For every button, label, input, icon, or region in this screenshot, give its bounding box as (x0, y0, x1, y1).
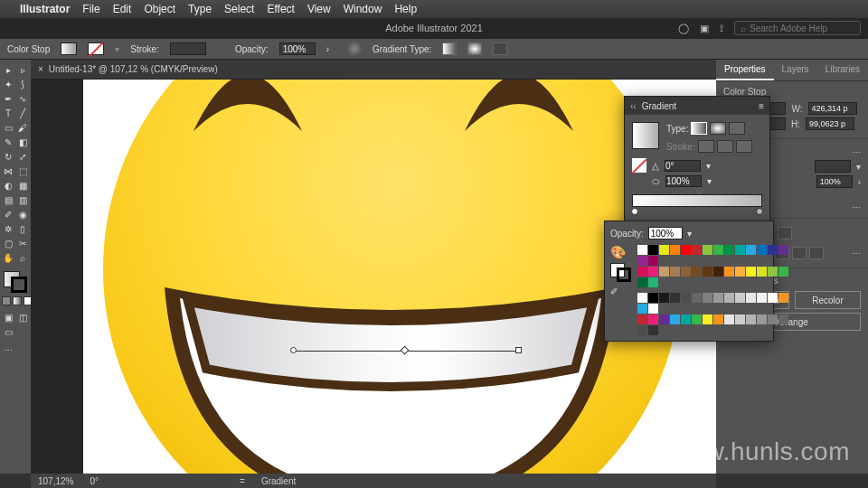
type-freeform-button[interactable] (729, 122, 745, 135)
swatch[interactable] (724, 314, 734, 324)
swatch[interactable] (757, 267, 767, 277)
shape-builder-tool[interactable]: ◐ (2, 179, 14, 192)
swatch[interactable] (659, 245, 669, 255)
swatch[interactable] (648, 256, 658, 266)
opacity-input[interactable] (279, 42, 316, 55)
swatch[interactable] (703, 314, 712, 324)
slice-tool[interactable]: ✂ (16, 237, 29, 249)
fill-stroke-control[interactable] (4, 271, 29, 293)
cloud-sync-icon[interactable]: ◯ (678, 23, 689, 34)
swatch[interactable] (768, 293, 778, 303)
swatch[interactable] (757, 314, 767, 324)
swatch[interactable] (757, 245, 767, 255)
gradient-stop[interactable] (631, 208, 638, 215)
swatch[interactable] (637, 267, 647, 277)
menu-edit[interactable]: Edit (113, 3, 132, 15)
swatch[interactable] (637, 256, 647, 266)
width-tool[interactable]: ⋈ (2, 164, 14, 177)
opacity-more-icon[interactable]: › (326, 44, 329, 54)
swatch[interactable] (637, 304, 647, 314)
blend-tool[interactable]: ◉ (16, 208, 29, 221)
gradient-end-handle[interactable] (515, 347, 522, 353)
menu-window[interactable]: Window (344, 3, 382, 15)
popup-fillstroke[interactable] (610, 263, 632, 283)
swatch[interactable] (681, 245, 691, 255)
tab-layers[interactable]: Layers (774, 60, 817, 80)
tab-properties[interactable]: Properties (716, 60, 774, 80)
swatch[interactable] (746, 267, 756, 277)
swatch[interactable] (692, 245, 702, 255)
selection-tool[interactable]: ▸ (2, 63, 14, 76)
swatch[interactable] (768, 314, 778, 324)
line-tool[interactable]: ╱ (16, 107, 29, 119)
swatch[interactable] (746, 314, 756, 324)
swatch[interactable] (778, 267, 788, 277)
menu-object[interactable]: Object (144, 3, 175, 15)
swatch[interactable] (735, 293, 745, 303)
eyedropper-tool[interactable]: ✐ (2, 208, 14, 221)
reverse-gradient-icon[interactable] (632, 158, 646, 173)
swatch[interactable] (670, 293, 680, 303)
swatch[interactable] (713, 267, 723, 277)
gradient-stop[interactable] (756, 208, 763, 215)
zoom-tool[interactable]: ⌕ (16, 251, 29, 264)
swatch[interactable] (746, 293, 756, 303)
menu-effect[interactable]: Effect (267, 3, 294, 15)
swatch[interactable] (768, 267, 778, 277)
type-tool[interactable]: T (2, 107, 14, 119)
swatch[interactable] (648, 277, 658, 287)
type-linear-button[interactable] (691, 122, 707, 135)
swatch[interactable] (713, 314, 723, 324)
swatch[interactable] (724, 267, 734, 277)
swatch[interactable] (692, 293, 702, 303)
gradient-slider[interactable] (632, 194, 762, 207)
menu-app[interactable]: Illustrator (20, 3, 70, 15)
swatch[interactable] (735, 314, 745, 324)
rectangle-tool[interactable]: ▭ (2, 121, 14, 134)
angle-input[interactable] (665, 160, 701, 172)
document-tab[interactable]: Untitled-13* @ 107,12 % (CMYK/Preview) (49, 64, 218, 74)
menu-select[interactable]: Select (224, 3, 254, 15)
color-wheel-icon[interactable]: 🎨 (610, 245, 626, 259)
swatch[interactable] (681, 314, 691, 324)
gradient-preview[interactable] (632, 122, 659, 149)
gradient-freeform-button[interactable] (493, 42, 507, 55)
gradient-tool[interactable]: ▥ (16, 193, 29, 206)
swatch[interactable] (637, 325, 647, 335)
type-radial-button[interactable] (710, 122, 726, 135)
gradient-icon[interactable] (347, 42, 362, 56)
align-more-icon[interactable]: ⋯ (852, 249, 861, 258)
swatch[interactable] (670, 314, 680, 324)
swatch[interactable] (648, 293, 658, 303)
stroke-weight-input[interactable] (170, 42, 206, 55)
prop-opacity-input[interactable] (816, 175, 853, 188)
fill-swatch[interactable] (61, 42, 77, 55)
draw-normal-button[interactable]: ▣ (2, 311, 14, 324)
swatch[interactable] (713, 293, 723, 303)
swatch[interactable] (637, 245, 647, 255)
h-input[interactable] (806, 117, 854, 130)
swatch[interactable] (670, 245, 680, 255)
shaper-tool[interactable]: ✎ (2, 136, 14, 148)
gradient-mode-button[interactable] (13, 296, 22, 305)
pathfinder-icon[interactable] (778, 227, 792, 239)
graph-tool[interactable]: ▯ (16, 222, 29, 235)
direct-selection-tool[interactable]: ▹ (16, 63, 29, 76)
tab-libraries[interactable]: Libraries (817, 60, 868, 80)
edit-toolbar-button[interactable]: ⋯ (2, 343, 14, 356)
scale-tool[interactable]: ⤢ (16, 150, 29, 163)
menu-file[interactable]: File (82, 3, 99, 15)
swatch[interactable] (681, 267, 691, 277)
swatch[interactable] (670, 267, 680, 277)
align-bottom-icon[interactable] (809, 247, 824, 259)
swatch[interactable] (648, 267, 658, 277)
swatch[interactable] (648, 304, 658, 314)
artboard-tool[interactable]: ▢ (2, 237, 14, 249)
magic-wand-tool[interactable]: ✦ (2, 78, 14, 90)
stroke-swatch[interactable] (88, 42, 104, 55)
perspective-tool[interactable]: ▦ (16, 179, 29, 192)
gradient-annotator[interactable] (293, 351, 519, 352)
swatch[interactable] (703, 267, 712, 277)
swatch[interactable] (735, 245, 745, 255)
panel-menu-icon[interactable]: ≡ (759, 101, 764, 111)
